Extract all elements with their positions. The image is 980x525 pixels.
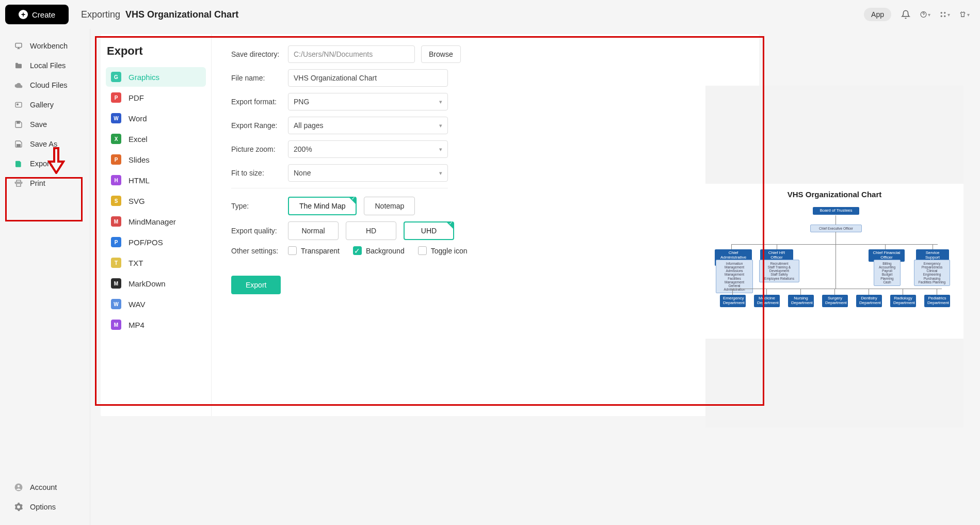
doc-title: VHS Organizational Chart xyxy=(125,9,238,20)
sidebar-item-save[interactable]: Save xyxy=(0,115,90,134)
range-select[interactable]: All pages▾ xyxy=(288,117,448,134)
save-dir-input[interactable] xyxy=(288,45,415,63)
format-item-slides[interactable]: PSlides xyxy=(106,150,206,169)
format-label: MarkDown xyxy=(128,279,166,288)
type-option-the-mind-map[interactable]: The Mind Map xyxy=(288,197,357,215)
format-label: Slides xyxy=(128,155,150,164)
create-label: Create xyxy=(32,10,55,19)
plus-icon: + xyxy=(19,10,28,19)
export-button[interactable]: Export xyxy=(231,276,281,294)
format-icon: P xyxy=(111,92,121,103)
main-area: Export GGraphicsPPDFWWordXExcelPSlidesHH… xyxy=(90,29,980,525)
background-checkbox[interactable]: ✓Background xyxy=(353,246,405,255)
save-icon xyxy=(13,120,24,129)
help-icon[interactable]: ▾ xyxy=(920,9,930,20)
export-panel: Export GGraphicsPPDFWWordXExcelPSlidesHH… xyxy=(101,34,759,416)
toggle-icon-checkbox[interactable]: Toggle icon xyxy=(418,246,468,255)
sidebar-item-cloud-files[interactable]: Cloud Files xyxy=(0,75,90,95)
format-label: HTML xyxy=(128,176,150,185)
shirt-icon[interactable]: ▾ xyxy=(959,9,970,20)
format-icon: G xyxy=(111,72,121,82)
save-as-icon xyxy=(13,139,24,149)
type-label: Type: xyxy=(231,202,288,210)
grid-icon[interactable]: ▾ xyxy=(940,9,950,20)
format-item-pof-pos[interactable]: PPOF/POS xyxy=(106,232,206,252)
sidebar-item-label: Gallery xyxy=(30,101,54,109)
gallery-icon xyxy=(13,100,24,109)
browse-button[interactable]: Browse xyxy=(421,45,461,63)
exporting-label: Exporting xyxy=(81,9,120,20)
zoom-select[interactable]: 200%▾ xyxy=(288,140,448,158)
format-item-mp4[interactable]: MMP4 xyxy=(106,315,206,335)
top-right-tools: App ▾ ▾ ▾ xyxy=(864,8,970,21)
format-item-wav[interactable]: WWAV xyxy=(106,294,206,314)
format-icon: M xyxy=(111,278,121,289)
sidebar-item-label: Local Files xyxy=(30,61,66,70)
format-icon: T xyxy=(111,258,121,268)
svg-point-4 xyxy=(944,15,945,17)
sidebar-item-gallery[interactable]: Gallery xyxy=(0,95,90,115)
svg-rect-8 xyxy=(17,121,20,123)
svg-point-2 xyxy=(944,12,945,13)
format-item-mindmanager[interactable]: MMindManager xyxy=(106,212,206,231)
export-format-list: Export GGraphicsPPDFWWordXExcelPSlidesHH… xyxy=(101,34,212,416)
format-label: TXT xyxy=(128,259,143,267)
org-node: Board of Trustees xyxy=(813,207,859,215)
org-node: Pediatrics Department xyxy=(924,295,950,307)
format-label: Word xyxy=(128,114,147,123)
format-item-html[interactable]: HHTML xyxy=(106,170,206,190)
format-icon: M xyxy=(111,320,121,330)
transparent-checkbox[interactable]: Transparent xyxy=(288,246,340,255)
sidebar-item-local-files[interactable]: Local Files xyxy=(0,56,90,75)
org-node: RecruitmentStaff Training & DevelopmentS… xyxy=(759,260,799,282)
format-label: Excel xyxy=(128,135,148,144)
org-node: Radiology Department xyxy=(890,295,916,307)
other-label: Other settings: xyxy=(231,247,288,255)
type-option-notemap[interactable]: Notemap xyxy=(364,197,415,215)
preview-pane: VHS Organizational Chart Board of Truste… xyxy=(705,86,963,427)
create-button[interactable]: + Create xyxy=(5,5,69,24)
format-item-graphics[interactable]: GGraphics xyxy=(106,67,206,87)
quality-option-hd[interactable]: HD xyxy=(346,221,396,240)
format-item-pdf[interactable]: PPDF xyxy=(106,88,206,107)
page-title: Exporting VHS Organizational Chart xyxy=(81,9,238,20)
format-icon: P xyxy=(111,237,121,247)
fit-select[interactable]: None▾ xyxy=(288,164,448,182)
format-item-excel[interactable]: XExcel xyxy=(106,129,206,149)
sidebar-item-account[interactable]: Account xyxy=(0,478,90,497)
account-icon xyxy=(13,483,24,492)
format-label: WAV xyxy=(128,300,146,309)
svg-point-3 xyxy=(941,15,942,17)
format-select[interactable]: PNG▾ xyxy=(288,93,448,110)
format-label: POF/POS xyxy=(128,238,163,247)
format-item-markdown[interactable]: MMarkDown xyxy=(106,274,206,293)
chevron-down-icon: ▾ xyxy=(439,99,442,105)
svg-rect-6 xyxy=(15,102,22,107)
org-node: Surgery Department xyxy=(822,295,848,307)
file-name-input[interactable] xyxy=(288,69,448,87)
app-chip[interactable]: App xyxy=(864,8,891,21)
sidebar-item-label: Save xyxy=(30,120,47,129)
sidebar-item-save-as[interactable]: Save As xyxy=(0,134,90,154)
format-item-word[interactable]: WWord xyxy=(106,108,206,128)
format-item-txt[interactable]: TTXT xyxy=(106,253,206,273)
org-node: Chief Executive Officer xyxy=(810,225,862,232)
fit-label: Fit to size: xyxy=(231,169,288,177)
type-segment: The Mind MapNotemap xyxy=(288,197,415,215)
sidebar-item-options[interactable]: Options xyxy=(0,497,90,517)
sidebar-item-label: Cloud Files xyxy=(30,81,68,89)
export-icon xyxy=(13,159,24,168)
org-node: Dentistry Department xyxy=(856,295,882,307)
quality-option-uhd[interactable]: UHD xyxy=(404,221,454,240)
sidebar-item-export[interactable]: Export xyxy=(0,154,90,173)
format-label: PDF xyxy=(128,93,144,102)
format-item-svg[interactable]: SSVG xyxy=(106,191,206,211)
quality-segment: NormalHDUHD xyxy=(288,221,454,240)
org-node: Emergency PreparednessClinical Engineeri… xyxy=(914,260,950,286)
quality-option-normal[interactable]: Normal xyxy=(288,221,339,240)
sidebar-item-workbench[interactable]: Workbench xyxy=(0,36,90,56)
bell-icon[interactable] xyxy=(901,9,911,20)
chevron-down-icon: ▾ xyxy=(439,122,442,129)
annotation-sidebar-box xyxy=(5,177,83,221)
chevron-down-icon: ▾ xyxy=(439,146,442,153)
